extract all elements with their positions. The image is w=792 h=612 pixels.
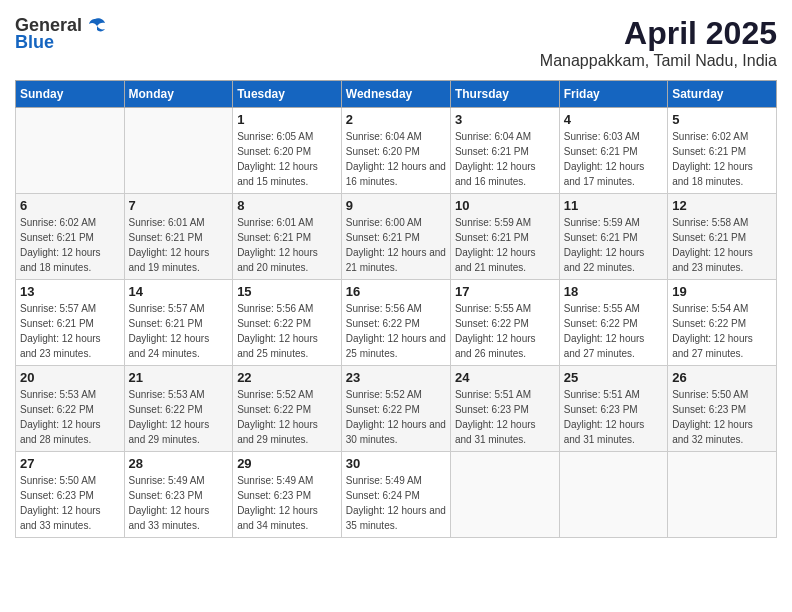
header-saturday: Saturday [668,81,777,108]
day-number: 14 [129,284,229,299]
sunrise-text: Sunrise: 6:05 AM [237,129,337,144]
day-info: Sunrise: 5:59 AMSunset: 6:21 PMDaylight:… [564,215,663,275]
daylight-text: Daylight: 12 hours and 21 minutes. [455,245,555,275]
daylight-text: Daylight: 12 hours and 28 minutes. [20,417,120,447]
daylight-text: Daylight: 12 hours and 29 minutes. [129,417,229,447]
calendar-day-cell: 1Sunrise: 6:05 AMSunset: 6:20 PMDaylight… [233,108,342,194]
day-number: 27 [20,456,120,471]
calendar-day-cell: 16Sunrise: 5:56 AMSunset: 6:22 PMDayligh… [341,280,450,366]
month-title: April 2025 [540,15,777,52]
day-info: Sunrise: 6:01 AMSunset: 6:21 PMDaylight:… [129,215,229,275]
day-info: Sunrise: 6:04 AMSunset: 6:21 PMDaylight:… [455,129,555,189]
day-info: Sunrise: 5:57 AMSunset: 6:21 PMDaylight:… [129,301,229,361]
daylight-text: Daylight: 12 hours and 27 minutes. [672,331,772,361]
day-info: Sunrise: 5:54 AMSunset: 6:22 PMDaylight:… [672,301,772,361]
sunset-text: Sunset: 6:21 PM [564,144,663,159]
sunset-text: Sunset: 6:21 PM [564,230,663,245]
day-info: Sunrise: 6:04 AMSunset: 6:20 PMDaylight:… [346,129,446,189]
calendar-day-cell: 18Sunrise: 5:55 AMSunset: 6:22 PMDayligh… [559,280,667,366]
daylight-text: Daylight: 12 hours and 18 minutes. [672,159,772,189]
day-number: 29 [237,456,337,471]
sunrise-text: Sunrise: 5:52 AM [237,387,337,402]
day-info: Sunrise: 6:00 AMSunset: 6:21 PMDaylight:… [346,215,446,275]
header-sunday: Sunday [16,81,125,108]
sunset-text: Sunset: 6:20 PM [237,144,337,159]
calendar-day-cell: 12Sunrise: 5:58 AMSunset: 6:21 PMDayligh… [668,194,777,280]
day-number: 2 [346,112,446,127]
sunrise-text: Sunrise: 5:50 AM [20,473,120,488]
calendar-table: Sunday Monday Tuesday Wednesday Thursday… [15,80,777,538]
daylight-text: Daylight: 12 hours and 30 minutes. [346,417,446,447]
daylight-text: Daylight: 12 hours and 33 minutes. [20,503,120,533]
calendar-day-cell: 13Sunrise: 5:57 AMSunset: 6:21 PMDayligh… [16,280,125,366]
day-number: 30 [346,456,446,471]
sunrise-text: Sunrise: 6:04 AM [455,129,555,144]
day-number: 9 [346,198,446,213]
daylight-text: Daylight: 12 hours and 33 minutes. [129,503,229,533]
sunrise-text: Sunrise: 6:04 AM [346,129,446,144]
sunrise-text: Sunrise: 5:57 AM [20,301,120,316]
daylight-text: Daylight: 12 hours and 35 minutes. [346,503,446,533]
calendar-day-cell: 27Sunrise: 5:50 AMSunset: 6:23 PMDayligh… [16,452,125,538]
header-monday: Monday [124,81,233,108]
daylight-text: Daylight: 12 hours and 25 minutes. [346,331,446,361]
daylight-text: Daylight: 12 hours and 15 minutes. [237,159,337,189]
sunrise-text: Sunrise: 5:51 AM [455,387,555,402]
daylight-text: Daylight: 12 hours and 17 minutes. [564,159,663,189]
day-info: Sunrise: 6:02 AMSunset: 6:21 PMDaylight:… [20,215,120,275]
daylight-text: Daylight: 12 hours and 22 minutes. [564,245,663,275]
sunrise-text: Sunrise: 5:55 AM [564,301,663,316]
calendar-day-cell: 19Sunrise: 5:54 AMSunset: 6:22 PMDayligh… [668,280,777,366]
calendar-week-row: 20Sunrise: 5:53 AMSunset: 6:22 PMDayligh… [16,366,777,452]
day-number: 25 [564,370,663,385]
sunset-text: Sunset: 6:23 PM [129,488,229,503]
daylight-text: Daylight: 12 hours and 19 minutes. [129,245,229,275]
day-number: 1 [237,112,337,127]
day-info: Sunrise: 5:52 AMSunset: 6:22 PMDaylight:… [346,387,446,447]
sunrise-text: Sunrise: 6:03 AM [564,129,663,144]
sunset-text: Sunset: 6:21 PM [20,316,120,331]
sunset-text: Sunset: 6:21 PM [129,316,229,331]
calendar-day-cell: 29Sunrise: 5:49 AMSunset: 6:23 PMDayligh… [233,452,342,538]
sunrise-text: Sunrise: 5:58 AM [672,215,772,230]
day-info: Sunrise: 5:55 AMSunset: 6:22 PMDaylight:… [564,301,663,361]
day-info: Sunrise: 6:05 AMSunset: 6:20 PMDaylight:… [237,129,337,189]
sunrise-text: Sunrise: 6:02 AM [672,129,772,144]
sunrise-text: Sunrise: 5:50 AM [672,387,772,402]
daylight-text: Daylight: 12 hours and 32 minutes. [672,417,772,447]
sunrise-text: Sunrise: 5:53 AM [129,387,229,402]
calendar-day-cell: 2Sunrise: 6:04 AMSunset: 6:20 PMDaylight… [341,108,450,194]
sunrise-text: Sunrise: 5:56 AM [346,301,446,316]
day-number: 8 [237,198,337,213]
day-number: 22 [237,370,337,385]
logo-blue-text: Blue [15,32,54,53]
day-number: 15 [237,284,337,299]
sunrise-text: Sunrise: 5:49 AM [129,473,229,488]
day-number: 26 [672,370,772,385]
daylight-text: Daylight: 12 hours and 31 minutes. [455,417,555,447]
day-number: 28 [129,456,229,471]
calendar-week-row: 27Sunrise: 5:50 AMSunset: 6:23 PMDayligh… [16,452,777,538]
daylight-text: Daylight: 12 hours and 26 minutes. [455,331,555,361]
day-info: Sunrise: 6:02 AMSunset: 6:21 PMDaylight:… [672,129,772,189]
calendar-day-cell: 15Sunrise: 5:56 AMSunset: 6:22 PMDayligh… [233,280,342,366]
sunrise-text: Sunrise: 6:02 AM [20,215,120,230]
sunrise-text: Sunrise: 5:51 AM [564,387,663,402]
daylight-text: Daylight: 12 hours and 31 minutes. [564,417,663,447]
day-number: 21 [129,370,229,385]
sunset-text: Sunset: 6:21 PM [672,144,772,159]
calendar-day-cell [559,452,667,538]
sunrise-text: Sunrise: 5:57 AM [129,301,229,316]
daylight-text: Daylight: 12 hours and 21 minutes. [346,245,446,275]
day-number: 16 [346,284,446,299]
daylight-text: Daylight: 12 hours and 23 minutes. [20,331,120,361]
logo: General Blue [15,15,106,53]
sunset-text: Sunset: 6:21 PM [237,230,337,245]
calendar-day-cell: 30Sunrise: 5:49 AMSunset: 6:24 PMDayligh… [341,452,450,538]
day-info: Sunrise: 5:59 AMSunset: 6:21 PMDaylight:… [455,215,555,275]
day-info: Sunrise: 5:53 AMSunset: 6:22 PMDaylight:… [129,387,229,447]
calendar-day-cell: 4Sunrise: 6:03 AMSunset: 6:21 PMDaylight… [559,108,667,194]
sunset-text: Sunset: 6:21 PM [672,230,772,245]
calendar-day-cell: 5Sunrise: 6:02 AMSunset: 6:21 PMDaylight… [668,108,777,194]
calendar-header-row: Sunday Monday Tuesday Wednesday Thursday… [16,81,777,108]
